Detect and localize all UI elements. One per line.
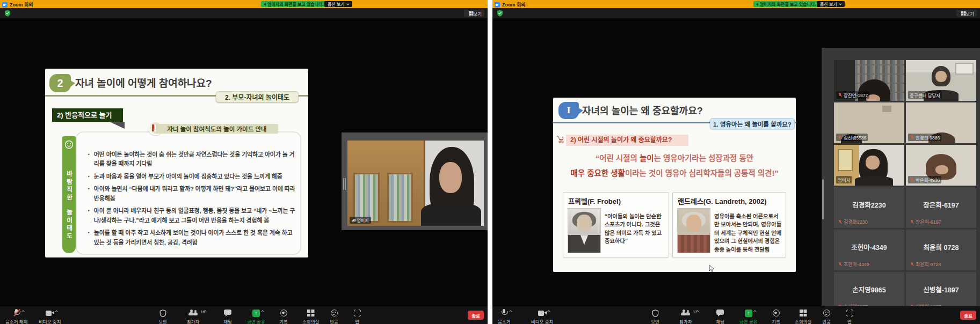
mic-options-caret[interactable] [21, 310, 25, 313]
apps-button[interactable]: 앱 [352, 309, 362, 324]
zoom-window-left: Zoom 회의 엄미지의 화면을 보고 있습니다. 옵션 보기 보기 2 자녀 … [0, 0, 488, 324]
bullet-icon: ▪ [88, 172, 90, 181]
zoom-window-right: Zoom 회의 엄미지의 화면을 보고 있습니다. 옵션 보기 보기 I 자녀의… [492, 0, 980, 324]
mic-muted-icon [838, 135, 842, 140]
security-button[interactable]: 보안 [157, 309, 168, 324]
presentation-slide: I 자녀의 놀이는 왜 중요할까요? 1. 영유아는 왜 놀이를 할까요? 2)… [553, 98, 796, 272]
banner-text: 엄미지의 화면을 보고 있습니다. [760, 1, 816, 7]
view-options-button[interactable]: 옵션 보기 [817, 1, 845, 7]
view-options-button[interactable]: 옵션 보기 [324, 1, 352, 7]
participant-tile[interactable]: 한경희-9886 [906, 102, 976, 143]
reactions-smiley-icon [331, 310, 338, 316]
participant-tile[interactable]: 장진언-1877 [834, 60, 904, 101]
reactions-button[interactable]: 반응 [329, 309, 339, 324]
attitude-ribbon: 바람직한 놀이태도 [62, 136, 76, 253]
mic-muted-icon [910, 178, 914, 182]
video-options-caret[interactable] [547, 310, 550, 313]
mute-button[interactable]: 음소거 [498, 309, 510, 324]
window-titlebar[interactable]: Zoom 회의 엄미지의 화면을 보고 있습니다. 옵션 보기 [492, 0, 980, 8]
view-button[interactable]: 보기 [464, 10, 484, 17]
breakout-rooms-button[interactable]: 소회의실 [795, 309, 811, 324]
unmute-button[interactable]: 음소거 해제 [5, 309, 27, 324]
end-meeting-button[interactable]: 종료 [960, 311, 976, 320]
participants-button[interactable]: 16 참가자 [187, 309, 199, 324]
record-icon [773, 310, 780, 316]
encryption-shield-icon [497, 10, 503, 17]
slide-number-badge: I [558, 102, 579, 119]
view-button[interactable]: 보기 [956, 10, 977, 17]
participant-tile[interactable]: 중구센터 담당자 [906, 60, 976, 101]
mic-muted-icon [13, 309, 20, 317]
participant-name: 신병철-1897 [906, 284, 976, 294]
cabinet [347, 141, 425, 226]
record-button[interactable]: 기록 [771, 309, 781, 324]
guide-box-title: 자녀 놀이 참여척도의 놀이 가이드 안내 [156, 124, 278, 134]
participant-name: 조현아-4349 [834, 242, 904, 252]
participants-panel: 장진언-1877 중구센터 담당자 김진경5586 한경희-9886 엄미지 [822, 48, 980, 324]
watching-screen-banner: 엄미지의 화면을 보고 있습니다. [261, 1, 326, 7]
reactions-button[interactable]: 반응 [821, 309, 832, 324]
share-screen-button[interactable]: ↑ 화면 공유 [739, 309, 758, 324]
participants-button[interactable]: 12 참가자 [679, 309, 692, 324]
participant-tile[interactable]: 조현아-4349 조현아-4349 [834, 230, 904, 270]
slide-chapter-tab: 1. 영유아는 왜 놀이를 할까요? [710, 118, 795, 129]
bullet-icon: ▪ [88, 185, 90, 203]
list-item: ▪아이 뿐 아니라 배우자나 친구 등의 얼굴표정, 행동, 몸짓 등을 보고 … [88, 207, 297, 225]
card-title: 프뢰벨(F. Frobel) [563, 193, 669, 207]
breakout-rooms-button[interactable]: 소회의실 [302, 309, 319, 324]
chevron-down-icon [839, 2, 842, 5]
share-options-caret[interactable] [753, 310, 757, 313]
cabinet-glass-door [387, 173, 413, 222]
share-screen-icon: ↑ [745, 310, 752, 317]
participant-name: 김경화2230 [834, 200, 904, 210]
speaker-icon [264, 3, 266, 6]
participant-tile-active-speaker[interactable]: 엄미지 [834, 145, 904, 186]
breakout-rooms-icon [800, 310, 807, 316]
share-screen-icon: ↑ [252, 310, 260, 317]
participant-tile[interactable]: 김진경5586 [834, 102, 904, 143]
mic-icon [500, 309, 508, 317]
speaker-silhouette [421, 144, 481, 226]
participant-tile[interactable]: 최윤희 0728 최윤희 0728 [906, 230, 976, 270]
list-item: ▪어떤 아이든 놀이하는 것이 숨 쉬는 것만큼 자연스럽다는 것을 기억하고 … [88, 150, 297, 169]
security-button[interactable]: 보안 [650, 309, 660, 324]
mic-options-caret[interactable] [509, 310, 512, 313]
desktop: Zoom 회의 엄미지의 화면을 보고 있습니다. 옵션 보기 보기 2 자녀 … [0, 0, 980, 324]
window-title: Zoom 회의 [10, 1, 33, 8]
section-heading: 2) 어린 시절의 놀이가 왜 중요할까요? [566, 135, 688, 146]
camera-icon [538, 311, 547, 316]
smiley-face-icon [64, 140, 74, 149]
record-button[interactable]: 기록 [278, 309, 289, 324]
share-screen-button[interactable]: ↑ 화면 공유 [247, 309, 265, 324]
end-meeting-button[interactable]: 종료 [468, 311, 484, 320]
card-quote: “아이들의 놀이는 단순한 스포츠가 아니다. 그것은 많은 의미로 가득 차 … [605, 208, 665, 253]
slide-number-badge: 2 [49, 74, 71, 92]
participant-tile[interactable]: 박은희-4936 [906, 145, 976, 186]
record-icon [280, 310, 287, 316]
participant-tile[interactable]: 장은희-6197 장은희-6197 [906, 187, 976, 228]
participant-tile[interactable]: 김경화2230 김경화2230 [834, 187, 904, 228]
stop-video-button[interactable]: 비디오 중지 [39, 309, 61, 324]
window-titlebar[interactable]: Zoom 회의 엄미지의 화면을 보고 있습니다. 옵션 보기 [0, 0, 488, 8]
chat-button[interactable]: 채팅 [222, 309, 233, 324]
watching-screen-banner: 엄미지의 화면을 보고 있습니다. [753, 1, 819, 7]
participants-scrollbar[interactable] [822, 179, 824, 219]
bullet-icon: ▪ [88, 150, 90, 169]
quote-card-frobel: 프뢰벨(F. Frobel) “아이들의 놀이는 단순한 스포츠가 아니다. 그… [563, 192, 669, 257]
chat-icon [224, 310, 231, 316]
participants-icon [681, 310, 691, 317]
section-arrow [110, 122, 125, 129]
meeting-toolbar: 음소거 해제 비디오 중지 보안 16 참가자 채팅 ↑ 화면 공유 [0, 306, 488, 324]
panel-drag-handle[interactable] [343, 178, 344, 190]
floating-video-panel[interactable]: 엄미지 [342, 132, 488, 230]
stop-video-button[interactable]: 비디오 중지 [531, 309, 553, 324]
cabinet-glass-door [353, 173, 379, 222]
meeting-topbar: 보기 [0, 8, 488, 18]
chat-button[interactable]: 채팅 [715, 309, 725, 324]
video-options-caret[interactable] [55, 310, 58, 313]
apps-icon [354, 310, 361, 316]
share-options-caret[interactable] [261, 310, 264, 313]
card-quote: 영유아를 축소된 어른으로서만 보아서는 안되며, 영유아들의 세계는 구체적인… [714, 208, 782, 254]
apps-button[interactable]: 앱 [844, 309, 855, 324]
stroller-icon [556, 135, 565, 144]
